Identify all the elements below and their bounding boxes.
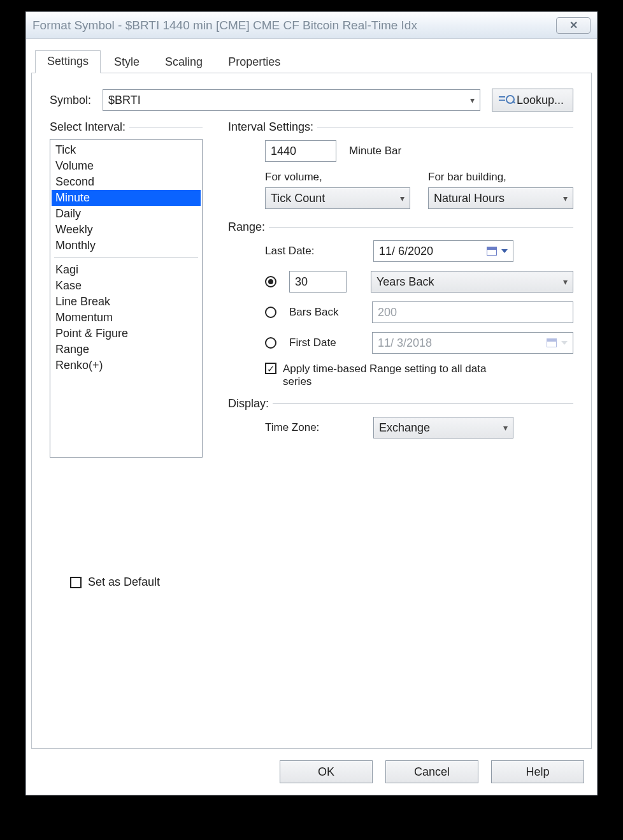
radio-years-back[interactable] <box>265 276 276 287</box>
bars-back-label: Bars Back <box>289 306 366 319</box>
tab-scaling[interactable]: Scaling <box>153 51 215 73</box>
titlebar: Format Symbol - $BRTI 1440 min [CME] CME… <box>26 12 597 39</box>
display-label: Display: <box>228 397 269 410</box>
for-bar-label: For bar building, <box>428 171 573 184</box>
calendar-icon <box>547 338 557 347</box>
list-item[interactable]: Daily <box>52 206 201 222</box>
first-date-input[interactable]: 11/ 3/2018 <box>372 332 573 354</box>
symbol-label: Symbol: <box>50 94 91 107</box>
list-item[interactable]: Line Break <box>52 294 201 310</box>
lookup-button[interactable]: Lookup... <box>492 89 573 112</box>
button-bar: OK Cancel Help <box>31 760 592 783</box>
list-item[interactable]: Minute <box>52 190 201 206</box>
timezone-label: Time Zone: <box>265 421 361 434</box>
window-title: Format Symbol - $BRTI 1440 min [CME] CME… <box>32 18 556 33</box>
select-interval-label: Select Interval: <box>50 120 125 134</box>
chevron-down-icon <box>501 249 508 253</box>
chevron-down-icon: ▾ <box>563 277 568 287</box>
apply-all-label: Apply time-based Range setting to all da… <box>283 363 512 388</box>
apply-all-checkbox[interactable]: ✓ <box>265 363 276 374</box>
set-default-checkbox[interactable] <box>70 577 82 588</box>
years-back-input[interactable]: 30 <box>289 271 347 293</box>
list-item[interactable]: Momentum <box>52 310 201 326</box>
symbol-combo[interactable]: $BRTI ▾ <box>103 89 480 111</box>
list-item[interactable]: Tick <box>52 142 201 158</box>
last-date-input[interactable]: 11/ 6/2020 <box>373 240 513 262</box>
list-item[interactable]: Point & Figure <box>52 326 201 342</box>
chevron-down-icon: ▾ <box>563 193 568 203</box>
list-item[interactable]: Weekly <box>52 222 201 238</box>
interval-listbox[interactable]: Tick Volume Second Minute Daily Weekly M… <box>50 139 203 458</box>
list-item[interactable]: Volume <box>52 158 201 174</box>
help-button[interactable]: Help <box>491 760 584 783</box>
for-volume-select[interactable]: Tick Count ▾ <box>265 187 410 209</box>
list-item[interactable]: Kagi <box>52 262 201 278</box>
chevron-down-icon <box>561 341 568 345</box>
chevron-down-icon: ▾ <box>503 423 508 433</box>
tab-settings[interactable]: Settings <box>35 50 101 73</box>
chevron-down-icon: ▾ <box>400 193 405 203</box>
for-volume-label: For volume, <box>265 171 410 184</box>
ok-button[interactable]: OK <box>280 760 373 783</box>
list-item[interactable]: Range <box>52 342 201 358</box>
list-item[interactable]: Second <box>52 174 201 190</box>
calendar-icon <box>487 247 497 256</box>
symbol-value: $BRTI <box>108 94 141 107</box>
radio-first-date[interactable] <box>265 337 276 349</box>
tab-properties[interactable]: Properties <box>216 51 292 73</box>
set-default-label: Set as Default <box>88 576 160 589</box>
list-item[interactable]: Kase <box>52 278 201 294</box>
interval-value-input[interactable]: 1440 <box>265 140 336 162</box>
tab-strip: Settings Style Scaling Properties <box>31 45 592 73</box>
years-back-unit-select[interactable]: Years Back ▾ <box>371 271 573 293</box>
radio-bars-back[interactable] <box>265 307 276 318</box>
bars-back-input[interactable]: 200 <box>372 301 573 323</box>
tabpage-settings: Symbol: $BRTI ▾ Lookup... Select Interva… <box>31 73 592 749</box>
interval-unit-label: Minute Bar <box>349 145 401 157</box>
list-separator <box>54 257 198 258</box>
search-icon <box>501 95 513 105</box>
for-bar-select[interactable]: Natural Hours ▾ <box>428 187 573 209</box>
first-date-label: First Date <box>289 337 366 349</box>
list-item[interactable]: Renko(+) <box>52 358 201 373</box>
dialog-window: Format Symbol - $BRTI 1440 min [CME] CME… <box>25 11 598 795</box>
lookup-label: Lookup... <box>517 94 564 107</box>
tab-style[interactable]: Style <box>102 51 152 73</box>
range-label: Range: <box>228 221 265 234</box>
client-area: Settings Style Scaling Properties Symbol… <box>31 45 592 790</box>
interval-settings-label: Interval Settings: <box>228 120 313 134</box>
timezone-select[interactable]: Exchange ▾ <box>373 417 513 438</box>
list-item[interactable]: Monthly <box>52 238 201 254</box>
close-button[interactable]: ✕ <box>556 17 591 34</box>
close-icon: ✕ <box>569 19 578 31</box>
last-date-label: Last Date: <box>265 245 361 257</box>
chevron-down-icon: ▾ <box>470 95 475 105</box>
cancel-button[interactable]: Cancel <box>385 760 478 783</box>
